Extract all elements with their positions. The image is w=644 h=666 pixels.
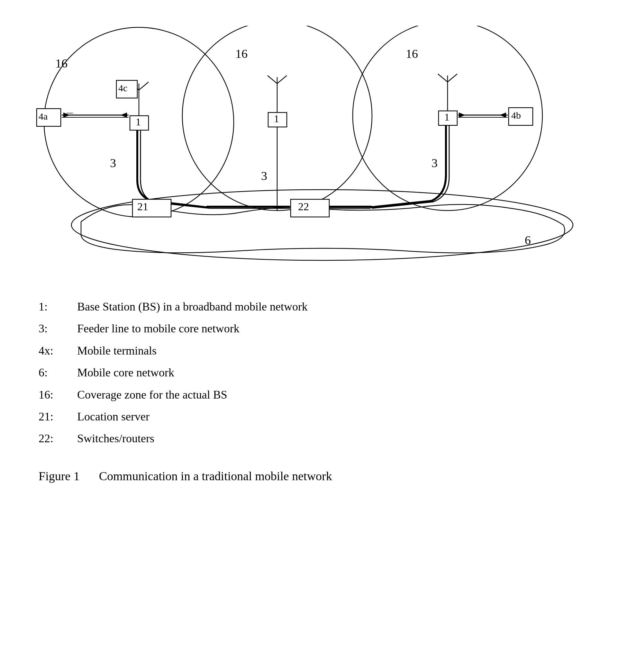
- svg-rect-31: [291, 199, 329, 217]
- figure-caption: Figure 1 Communication in a traditional …: [39, 469, 605, 483]
- bs-mid-label: 1: [274, 113, 279, 124]
- legend-text-4: Mobile core network: [77, 362, 174, 384]
- bs-right-label: 1: [444, 111, 450, 123]
- legend-number-4: 6:: [39, 362, 77, 384]
- legend-text-6: Location server: [77, 406, 150, 427]
- cell-left-label: 16: [55, 56, 68, 70]
- cell-mid-label: 16: [236, 47, 247, 60]
- figure-title: Communication in a traditional mobile ne…: [99, 469, 332, 483]
- feeder-mid-label: 3: [261, 169, 267, 182]
- feeder-right-label: 3: [432, 156, 438, 170]
- svg-line-14: [448, 74, 457, 82]
- terminal-b-label: 4b: [511, 110, 521, 121]
- legend-number-7: 22:: [39, 427, 77, 449]
- switch-router-label: 22: [298, 200, 309, 212]
- svg-line-9: [267, 75, 277, 84]
- svg-marker-20: [121, 112, 127, 118]
- svg-marker-27: [459, 112, 465, 118]
- legend-row-4: 6: Mobile core network: [39, 362, 605, 384]
- legend-number-2: 3:: [39, 318, 77, 339]
- figure-label: Figure 1: [39, 469, 80, 483]
- legend-row-1: 1: Base Station (BS) in a broadband mobi…: [39, 296, 605, 318]
- legend-row-7: 22: Switches/routers: [39, 427, 605, 449]
- terminal-a-label: 4a: [39, 111, 48, 122]
- legend-number-6: 21:: [39, 406, 77, 427]
- legend-number-1: 1:: [39, 296, 77, 318]
- svg-line-13: [438, 74, 448, 82]
- legend-row-3: 4x: Mobile terminals: [39, 340, 605, 362]
- svg-line-10: [277, 75, 287, 84]
- legend-section: 1: Base Station (BS) in a broadband mobi…: [39, 296, 605, 450]
- core-network-label: 6: [525, 233, 531, 247]
- feeder-left-label: 3: [110, 156, 116, 170]
- terminal-c-label: 4c: [118, 83, 127, 93]
- cell-right-label: 16: [406, 47, 418, 60]
- legend-text-2: Feeder line to mobile core network: [77, 318, 240, 339]
- legend-text-1: Base Station (BS) in a broadband mobile …: [77, 296, 308, 318]
- diagram-container: 6 16 16 16 1 1 1 4a: [17, 26, 628, 277]
- bs-left-label: 1: [136, 116, 141, 128]
- legend-number-3: 4x:: [39, 340, 77, 362]
- legend-text-5: Coverage zone for the actual BS: [77, 384, 227, 406]
- svg-line-6: [139, 82, 149, 90]
- legend-row-5: 16: Coverage zone for the actual BS: [39, 384, 605, 406]
- legend-row-2: 3: Feeder line to mobile core network: [39, 318, 605, 339]
- legend-text-7: Switches/routers: [77, 427, 154, 449]
- legend-text-3: Mobile terminals: [77, 340, 157, 362]
- location-server-label: 21: [137, 200, 148, 212]
- svg-marker-28: [500, 112, 506, 118]
- legend-row-6: 21: Location server: [39, 406, 605, 427]
- diagram-svg: 6 16 16 16 1 1 1 4a: [17, 26, 628, 277]
- legend-number-5: 16:: [39, 384, 77, 406]
